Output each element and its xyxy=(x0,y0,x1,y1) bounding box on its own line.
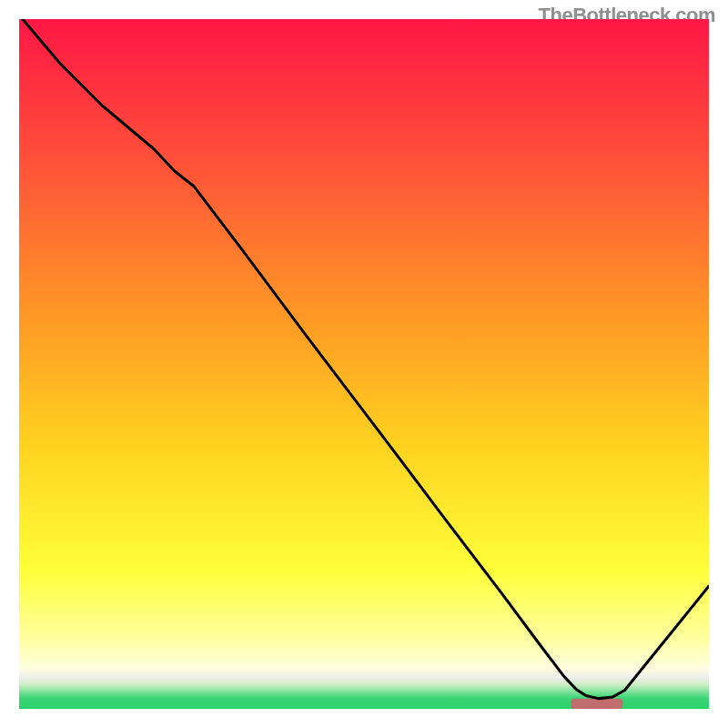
plot-area xyxy=(19,19,709,709)
chart-svg xyxy=(19,19,709,709)
chart-stage: TheBottleneck.com xyxy=(0,0,728,728)
x-axis-tick-marker xyxy=(571,699,622,709)
